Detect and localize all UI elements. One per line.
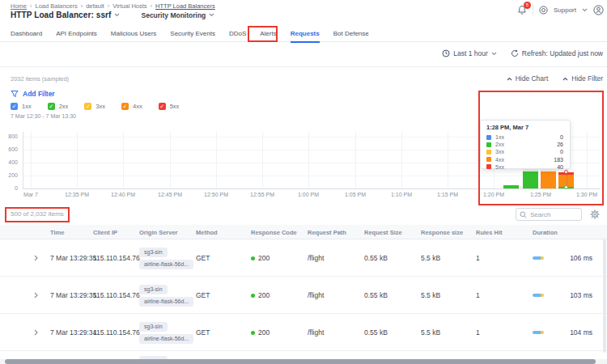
cell-method: GET [196, 314, 210, 351]
cell-client-ip: 115.110.154.76 [93, 314, 140, 351]
refresh-button[interactable]: Refresh: Updated just now [511, 49, 603, 57]
x-axis [23, 188, 601, 189]
cell-time: 7 Mar 13:29:35 [50, 277, 96, 314]
x-axis-tick: 1:20 PM [476, 192, 511, 197]
cell-time: 7 Mar 13:29:35 [50, 239, 96, 277]
y-axis-tick: 400 [0, 159, 18, 165]
status-filter-5xx[interactable]: ✓5xx [159, 103, 180, 110]
column-header-time[interactable]: Time [50, 225, 64, 239]
tooltip-row: 3xx0 [486, 148, 563, 155]
cell-client-ip: 115.110.154.76 [93, 277, 140, 314]
cell-rules-hit: 1 [476, 277, 480, 314]
legend-label: 1xx [495, 134, 556, 140]
hide-filter-toggle[interactable]: Hide Filter [562, 74, 603, 83]
breadcrumb-item[interactable]: default [86, 2, 104, 10]
table-row[interactable]: 7 Mar 13:29:34115.110.154.76sg3-sinairli… [0, 314, 607, 351]
legend-swatch-2xx [486, 142, 491, 147]
cell-request-path: /flight [308, 239, 324, 277]
status-filter-3xx[interactable]: ✓3xx [84, 103, 105, 110]
column-header-response-size[interactable]: Response size [421, 225, 463, 239]
status-filter-2xx[interactable]: ✓2xx [48, 103, 69, 110]
bar-segment-4xx[interactable] [541, 171, 556, 188]
status-filter-1xx[interactable]: ✓1xx [11, 103, 32, 110]
horizontal-scrollbar-thumb[interactable] [5, 359, 596, 364]
search-input[interactable] [530, 211, 579, 218]
table-search[interactable] [516, 208, 582, 221]
tab-bot-defense[interactable]: Bot Defense [333, 25, 369, 42]
tab-malicious-users[interactable]: Malicious Users [111, 25, 156, 42]
column-header-request-path[interactable]: Request Path [308, 225, 346, 239]
x-axis-tick: 1:00 PM [291, 192, 326, 197]
breadcrumb-separator: › [81, 2, 83, 10]
support-menu[interactable]: Support [554, 6, 576, 14]
chevron-down-icon[interactable] [582, 8, 588, 12]
tab-alerts[interactable]: Alerts [260, 25, 276, 42]
chevron-down-icon[interactable] [209, 13, 214, 17]
breadcrumb-item[interactable]: Home [11, 2, 27, 10]
row-expand-chevron-icon[interactable] [34, 239, 38, 277]
column-header-origin-server[interactable]: Origin Server [139, 225, 178, 239]
cell-response-size: 5.5 kB [421, 314, 440, 351]
legend-swatch-4xx [486, 157, 491, 162]
column-header-duration[interactable]: Duration [533, 225, 558, 239]
tab-dashboard[interactable]: Dashboard [11, 25, 42, 42]
user-avatar-icon[interactable] [593, 5, 604, 15]
column-header-rules-hit[interactable]: Rules Hit [476, 225, 503, 239]
time-range-picker[interactable]: Last 1 hour [442, 49, 497, 57]
tab-requests[interactable]: Requests [291, 25, 320, 42]
horizontal-scrollbar[interactable] [0, 359, 607, 364]
cell-client-ip: 115.110.154.76 [93, 239, 140, 277]
x-axis-tick: 12:50 PM [198, 192, 234, 197]
checkbox-1xx[interactable]: ✓ [11, 103, 18, 110]
breadcrumb-item[interactable]: Virtual Hosts [112, 2, 146, 10]
cell-duration: 103 ms [570, 277, 592, 314]
cell-request-size: 0.55 kB [364, 277, 388, 314]
row-expand-chevron-icon[interactable] [34, 277, 38, 314]
breadcrumb-item[interactable]: Load Balancers [36, 2, 78, 10]
refresh-icon [511, 49, 519, 57]
tab-security-events[interactable]: Security Events [170, 25, 215, 42]
gridline [355, 132, 356, 188]
checkbox-3xx[interactable]: ✓ [84, 103, 91, 110]
column-header-client-ip[interactable]: Client IP [93, 225, 117, 239]
hover-marker-bottom [564, 185, 568, 189]
add-filter-button[interactable]: Add Filter [11, 90, 55, 98]
legend-label: 4xx [495, 157, 550, 163]
tooltip-row: 5xx40 [486, 163, 563, 171]
table-row[interactable]: 7 Mar 13:29:35115.110.154.76sg3-sinairli… [0, 277, 607, 314]
origin-tag: sg3-sin [139, 248, 168, 257]
column-header-method[interactable]: Method [196, 225, 218, 239]
status-ok-dot [251, 294, 255, 298]
bar-segment-2xx[interactable] [503, 185, 519, 188]
items-summary: 500 of 2,032 items [11, 210, 64, 218]
vertical-scrollbar[interactable] [603, 239, 606, 353]
row-expand-chevron-icon[interactable] [34, 314, 38, 351]
breadcrumb-item[interactable]: HTTP Load Balancers [155, 2, 215, 10]
hide-chart-toggle[interactable]: Hide Chart [507, 74, 549, 83]
column-header-request-size[interactable]: Request Size [364, 225, 402, 239]
items-count: 2032 items (sampled) [11, 75, 69, 83]
checkbox-4xx[interactable]: ✓ [121, 103, 129, 110]
origin-tag: sg3-sin [139, 322, 168, 332]
view-selector[interactable]: Security Monitoring [141, 11, 206, 19]
table-row[interactable]: 7 Mar 13:29:35115.110.154.76sg3-sinairli… [0, 239, 607, 277]
tab-api-endpoints[interactable]: API Endpoints [56, 25, 97, 42]
legend-value: 26 [557, 142, 563, 147]
checkbox-label: 1xx [22, 103, 32, 110]
status-filter-4xx[interactable]: ✓4xx [121, 103, 142, 110]
chevron-down-icon[interactable] [114, 13, 120, 17]
checkbox-5xx[interactable]: ✓ [159, 103, 166, 110]
column-header-response-code[interactable]: Response Code [251, 225, 297, 239]
checkbox-2xx[interactable]: ✓ [48, 103, 55, 110]
x-axis-tick: 1:25 PM [523, 192, 558, 197]
notifications-bell-icon[interactable]: 5 [517, 5, 527, 15]
table-settings-gear-icon[interactable] [590, 210, 600, 219]
breadcrumb[interactable]: Home›Load Balancers›default›Virtual Host… [11, 2, 215, 10]
cell-response-code: 200 [251, 239, 270, 277]
tab-ddos[interactable]: DDoS [229, 25, 246, 42]
chart-tooltip: 1:28 PM, Mar 7 1xx02xx263xx04xx1835xx40 [480, 120, 571, 169]
bar-segment-2xx[interactable] [523, 171, 538, 188]
y-axis-tick: 800 [0, 133, 18, 139]
gridline [31, 132, 32, 188]
search-icon [520, 211, 527, 218]
